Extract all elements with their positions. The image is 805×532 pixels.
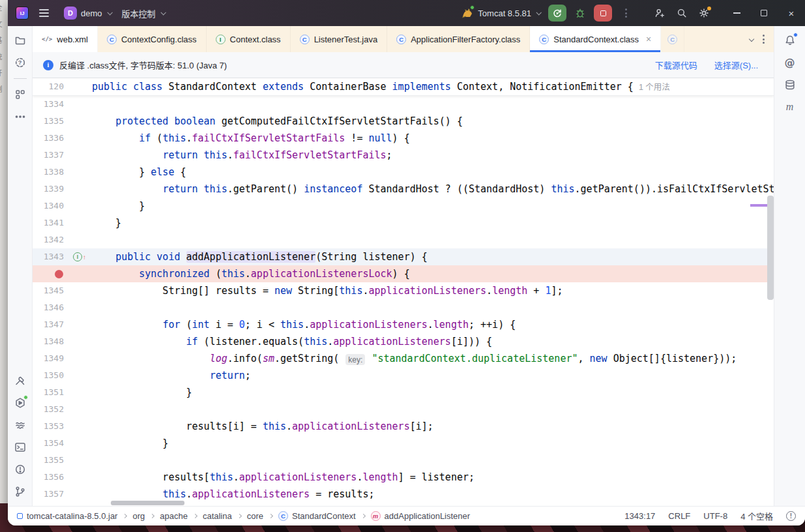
gutter[interactable]: [66, 299, 92, 316]
code-line[interactable]: 1340 }: [33, 198, 774, 214]
tab-listenertest-java[interactable]: CListenerTest.java: [291, 26, 388, 52]
main-menu-button[interactable]: [34, 4, 53, 22]
code-line[interactable]: 1342: [33, 231, 774, 248]
close-button[interactable]: ×: [778, 0, 805, 26]
add-user-button[interactable]: [650, 4, 669, 22]
gutter[interactable]: [66, 231, 92, 248]
search-icon[interactable]: [672, 4, 692, 22]
tab-standardcontext-class[interactable]: CStandardContext.class×: [530, 26, 661, 52]
tab-list-chevron-icon[interactable]: [749, 37, 754, 42]
code-line[interactable]: 1350 return;: [33, 367, 774, 384]
gutter[interactable]: [66, 282, 92, 299]
inspection-status-icon[interactable]: !: [786, 511, 796, 521]
line-number[interactable]: 1352: [33, 401, 66, 418]
breakpoint-icon[interactable]: [55, 270, 63, 278]
notifications-button[interactable]: [781, 31, 799, 50]
tab-context-class[interactable]: IContext.class: [207, 26, 291, 52]
line-number[interactable]: [33, 265, 66, 282]
line-number[interactable]: 1337: [33, 147, 66, 164]
indent-setting[interactable]: 4 个空格: [740, 510, 773, 522]
line-number[interactable]: 1340: [33, 198, 66, 214]
gutter[interactable]: [66, 367, 92, 384]
code-line[interactable]: 1341 }: [33, 214, 774, 231]
gutter[interactable]: [66, 130, 92, 147]
tab-overflow-stub[interactable]: C: [661, 26, 684, 52]
breadcrumb-item[interactable]: CStandardContext: [278, 511, 356, 521]
gutter[interactable]: [66, 265, 92, 282]
database-button[interactable]: [781, 76, 799, 94]
gutter[interactable]: [66, 384, 92, 401]
code-line[interactable]: 1339 return this.getParent() instanceof …: [33, 181, 774, 198]
gutter[interactable]: [66, 214, 92, 231]
line-number[interactable]: 1357: [33, 486, 66, 503]
code-line[interactable]: 1347 for (int i = 0; i < this.applicatio…: [33, 316, 774, 333]
gutter[interactable]: [66, 78, 92, 95]
stop-button[interactable]: [594, 5, 612, 22]
breadcrumb-item[interactable]: catalina: [203, 511, 232, 521]
code-line[interactable]: 1335 protected boolean getComputedFailCt…: [33, 113, 774, 130]
sticky-code-line[interactable]: 120public class StandardContext extends …: [33, 78, 774, 96]
line-ending[interactable]: CRLF: [668, 511, 690, 521]
line-number[interactable]: 1350: [33, 367, 66, 384]
line-number[interactable]: 1335: [33, 113, 66, 130]
ai-assistant-button[interactable]: @: [781, 53, 799, 72]
git-branch-button[interactable]: [11, 482, 29, 501]
file-encoding[interactable]: UTF-8: [703, 511, 727, 521]
tab-options-icon[interactable]: [763, 35, 765, 44]
folder-button[interactable]: [11, 31, 29, 50]
more-actions-button[interactable]: [616, 4, 636, 22]
vertical-scrollbar[interactable]: [767, 196, 774, 300]
vcs-widget[interactable]: 版本控制: [117, 5, 170, 22]
code-line[interactable]: 1353 results[i] = this.applicationListen…: [33, 418, 774, 435]
line-number[interactable]: 1343: [33, 248, 66, 265]
line-number[interactable]: 1347: [33, 316, 66, 333]
breadcrumb-item[interactable]: core: [247, 511, 263, 521]
code-line[interactable]: 1345 String[] results = new String[this.…: [33, 282, 774, 299]
code-line[interactable]: 1351 }: [33, 384, 774, 401]
line-number[interactable]: 1346: [33, 299, 66, 316]
choose-sources-link[interactable]: 选择源(S)...: [714, 59, 758, 71]
settings-gear-icon[interactable]: [694, 4, 714, 22]
breadcrumb-item[interactable]: maddApplicationListener: [371, 511, 471, 521]
code-line[interactable]: 1343I public void addApplicationListener…: [33, 248, 774, 265]
terminal-button[interactable]: [11, 438, 29, 456]
gutter[interactable]: [66, 435, 92, 452]
problems-button[interactable]: [11, 460, 29, 479]
line-number[interactable]: 1358: [33, 503, 66, 506]
build-button[interactable]: [11, 372, 29, 390]
line-number[interactable]: 1338: [33, 164, 66, 181]
gutter[interactable]: [66, 418, 92, 435]
gutter[interactable]: [66, 316, 92, 333]
line-number[interactable]: 1339: [33, 181, 66, 198]
code-editor[interactable]: 120public class StandardContext extends …: [33, 78, 774, 506]
caret-position[interactable]: 1343:17: [624, 511, 655, 521]
line-number[interactable]: 120: [33, 78, 66, 95]
gutter[interactable]: [66, 469, 92, 486]
rerun-button[interactable]: [548, 5, 566, 22]
structure-button[interactable]: [11, 85, 29, 104]
maximize-button[interactable]: [750, 0, 778, 26]
tab-applicationfilterfactory-class[interactable]: CApplicationFilterFactory.class: [387, 26, 530, 52]
debug-button[interactable]: [570, 4, 590, 22]
download-sources-link[interactable]: 下载源代码: [655, 59, 697, 71]
gutter[interactable]: [66, 147, 92, 164]
code-line[interactable]: 1348 if (listener.equals(this.applicatio…: [33, 333, 774, 350]
gutter[interactable]: [66, 401, 92, 418]
line-number[interactable]: 1356: [33, 469, 66, 486]
line-number[interactable]: 1355: [33, 452, 66, 469]
breadcrumb-item[interactable]: tomcat-catalina-8.5.0.jar: [17, 511, 117, 521]
line-number[interactable]: 1354: [33, 435, 66, 452]
code-line[interactable]: 1338 } else {: [33, 164, 774, 181]
code-line[interactable]: 1356 results[this.applicationListeners.l…: [33, 469, 774, 486]
run-configuration-selector[interactable]: Tomcat 8.5.81: [457, 5, 544, 21]
gutter[interactable]: [66, 181, 92, 198]
gutter[interactable]: [66, 113, 92, 130]
breadcrumb-item[interactable]: org: [132, 511, 145, 521]
line-number[interactable]: 1336: [33, 130, 66, 147]
code-line[interactable]: 1355: [33, 452, 774, 469]
line-number[interactable]: 1341: [33, 214, 66, 231]
gutter[interactable]: [66, 198, 92, 214]
code-line[interactable]: 1349 log.info(sm.getString( key: "standa…: [33, 350, 774, 367]
gutter[interactable]: [66, 486, 92, 503]
code-line[interactable]: 1334: [33, 96, 774, 113]
